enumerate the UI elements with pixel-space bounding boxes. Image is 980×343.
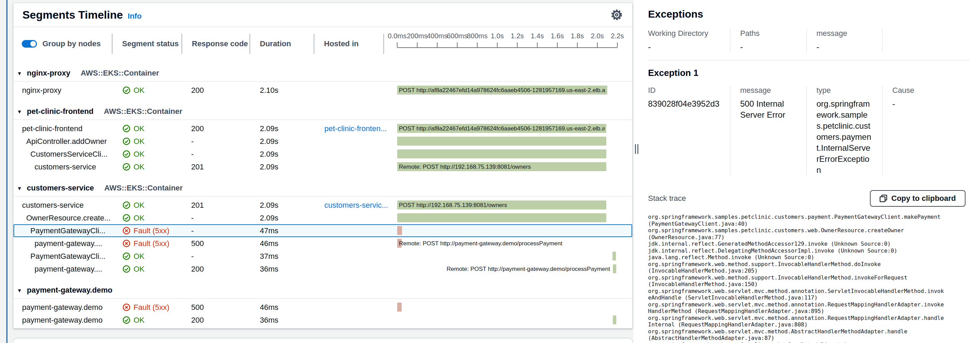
ok-check-icon bbox=[123, 86, 130, 94]
segment-row[interactable]: PaymentGatewayCli...Fault (5xx)-47ms bbox=[13, 224, 632, 237]
segment-status: Fault (5xx) bbox=[112, 239, 181, 248]
page-title: Segments Timeline bbox=[22, 9, 123, 21]
timeline-bar[interactable] bbox=[397, 149, 606, 159]
segment-status: OK bbox=[112, 137, 181, 146]
exception-message-label: message bbox=[740, 86, 796, 95]
segment-status: OK bbox=[112, 150, 181, 159]
segment-row[interactable]: CustomersServiceCli...OK-2.09s bbox=[13, 148, 632, 160]
segment-name: payment-gateway.... bbox=[13, 239, 112, 248]
segment-row[interactable]: PaymentGatewayCli...OK-37ms bbox=[13, 250, 632, 263]
ok-check-icon bbox=[123, 150, 130, 158]
timeline-cell bbox=[383, 314, 632, 326]
duration: 2.09s bbox=[250, 124, 314, 133]
duration: 2.09s bbox=[250, 162, 314, 172]
response-code: - bbox=[181, 137, 250, 146]
exception-message-value: 500 Internal Server Error bbox=[740, 98, 796, 121]
duration: 36ms bbox=[250, 265, 314, 274]
segment-status: OK bbox=[112, 201, 181, 210]
ok-check-icon bbox=[123, 316, 130, 324]
segment-row[interactable]: payment-gateway.demoFault (5xx)50046ms bbox=[13, 301, 632, 314]
response-code: 200 bbox=[181, 124, 250, 133]
copy-to-clipboard-button[interactable]: Copy to clipboard bbox=[870, 190, 966, 207]
timeline-bar[interactable] bbox=[613, 315, 616, 324]
segment-row[interactable]: payment-gateway.demoOK20036ms bbox=[13, 314, 632, 326]
segment-row[interactable]: OwnerResource.create...OK-2.09s bbox=[13, 211, 632, 224]
duration: 2.09s bbox=[250, 214, 314, 222]
response-code: 201 bbox=[181, 162, 250, 172]
axis-tick-label: 400ms bbox=[427, 32, 447, 40]
next-panel-stub bbox=[13, 338, 633, 343]
segment-name: pet-clinic-frontend bbox=[13, 124, 112, 133]
timeline-bar[interactable] bbox=[397, 226, 402, 235]
timeline-bar[interactable] bbox=[397, 213, 606, 222]
axis-tick-label: 1.6s bbox=[547, 32, 568, 40]
response-code: - bbox=[181, 226, 250, 235]
timeline-bar-label: Remote: POST http://192.168.75.139:8081/… bbox=[399, 160, 531, 173]
paths-value: - bbox=[740, 41, 796, 52]
timeline-cell bbox=[383, 250, 632, 263]
info-link[interactable]: Info bbox=[128, 12, 142, 21]
collapse-caret-icon[interactable]: ▼ bbox=[17, 185, 22, 191]
timeline-cell bbox=[383, 135, 632, 148]
segment-row[interactable]: ApiController.addOwnerOK-2.09s bbox=[13, 135, 632, 148]
duration: 46ms bbox=[250, 303, 314, 312]
timeline-bar-label: Remote: POST http://payment-gateway.demo… bbox=[447, 263, 610, 275]
response-code: - bbox=[181, 150, 250, 159]
axis-tick-label: 1.4s bbox=[527, 32, 547, 40]
segment-name: PaymentGatewayCli... bbox=[13, 226, 112, 235]
fault-x-icon bbox=[123, 303, 130, 311]
stack-trace-text: org.springframework.samples.petclinic.cu… bbox=[648, 214, 945, 343]
message-label: message bbox=[816, 29, 872, 38]
exceptions-summary: Working Directory - Paths - message - bbox=[648, 29, 970, 52]
segment-status: OK bbox=[112, 265, 181, 274]
collapse-caret-icon[interactable]: ▼ bbox=[17, 70, 22, 76]
exception-1-title: Exception 1 bbox=[648, 68, 970, 78]
segment-status: OK bbox=[112, 214, 181, 222]
ok-check-icon bbox=[123, 214, 130, 222]
timeline-bar-label: Remote: POST http://payment-gateway.demo… bbox=[399, 237, 562, 250]
ok-check-icon bbox=[123, 125, 130, 132]
working-directory-label: Working Directory bbox=[648, 29, 719, 38]
split-panel-accent bbox=[6, 0, 8, 343]
timeline-bar[interactable] bbox=[397, 137, 606, 146]
segment-status: OK bbox=[112, 124, 181, 133]
response-code: 500 bbox=[181, 239, 250, 248]
segment-row[interactable]: pet-clinic-frontendOK2002.09spet-clinic-… bbox=[13, 122, 632, 135]
timeline-cell: Remote: POST http://192.168.75.139:8081/… bbox=[383, 160, 632, 173]
segment-name: OwnerResource.create... bbox=[13, 214, 112, 222]
segment-status: Fault (5xx) bbox=[112, 226, 181, 235]
hosted-in-link[interactable]: pet-clinic-fronten... bbox=[325, 124, 387, 133]
timeline-cell bbox=[383, 224, 632, 237]
ok-check-icon bbox=[123, 137, 130, 145]
segment-row[interactable]: payment-gateway....Fault (5xx)50046msRem… bbox=[13, 237, 632, 250]
segment-name: payment-gateway.demo bbox=[13, 316, 112, 325]
collapse-caret-icon[interactable]: ▼ bbox=[17, 287, 22, 293]
timeline-bar[interactable] bbox=[613, 264, 616, 273]
segment-row[interactable]: payment-gateway....OK20036msRemote: POST… bbox=[13, 263, 632, 275]
axis-tick-label: 2.2s bbox=[607, 32, 628, 40]
timeline-axis: 0.0ms200ms400ms600ms800ms1.0s1.2s1.4s1.6… bbox=[383, 27, 632, 60]
timeline-bar-label: POST http://192.168.75.139:8081/owners bbox=[399, 199, 507, 211]
collapse-caret-icon[interactable]: ▼ bbox=[17, 109, 22, 114]
duration: 2.10s bbox=[250, 86, 314, 95]
group-header: ▼pet-clinic-frontendAWS::EKS::Container bbox=[13, 102, 632, 120]
drawer-resize-handle[interactable] bbox=[635, 144, 638, 154]
timeline-bar[interactable] bbox=[397, 303, 402, 311]
segment-row[interactable]: customers-serviceOK2012.09sRemote: POST … bbox=[13, 160, 632, 173]
timeline-bar[interactable] bbox=[612, 252, 616, 260]
exception-cause-label: Cause bbox=[892, 86, 959, 95]
copy-icon bbox=[880, 195, 887, 202]
response-code: 201 bbox=[181, 201, 250, 210]
segment-status: OK bbox=[112, 86, 181, 95]
group-header: ▼customers-serviceAWS::EKS::Container bbox=[13, 178, 632, 197]
segment-row[interactable]: nginx-proxyOK2002.10sPOST http://af8a224… bbox=[13, 84, 632, 97]
exception-cause-value: - bbox=[892, 98, 959, 110]
ok-check-icon bbox=[123, 201, 130, 209]
gear-icon[interactable] bbox=[611, 9, 622, 21]
hosted-in: pet-clinic-fronten... bbox=[314, 124, 383, 133]
group-by-nodes-toggle[interactable] bbox=[22, 40, 37, 48]
axis-tick-label: 1.0s bbox=[487, 32, 508, 40]
hosted-in-link[interactable]: customers-servic... bbox=[325, 201, 388, 210]
segment-row[interactable]: customers-serviceOK2012.09scustomers-ser… bbox=[13, 199, 632, 211]
group-type: AWS::EKS::Container bbox=[104, 107, 182, 116]
